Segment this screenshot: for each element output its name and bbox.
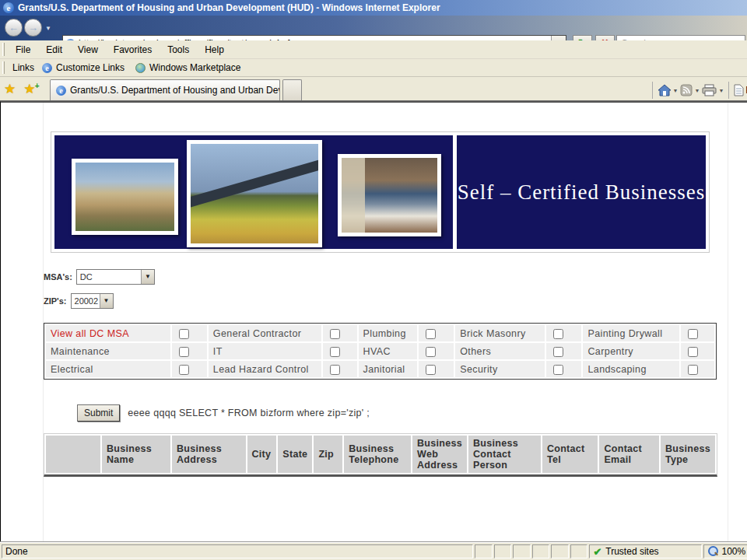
link-label: Customize Links bbox=[56, 62, 124, 73]
security-zone-indicator[interactable]: ✔ Trusted sites bbox=[589, 544, 702, 558]
debug-sql-text: eeee qqqq SELECT * FROM bizform where zi… bbox=[128, 408, 370, 418]
category-label: IT bbox=[209, 343, 321, 359]
status-segment bbox=[570, 544, 588, 558]
checkbox-maintenance[interactable] bbox=[179, 347, 189, 357]
zoom-control[interactable]: 100% bbox=[703, 544, 747, 558]
page-menu-button[interactable]: Pa bbox=[733, 82, 747, 98]
checkbox-general-contractor[interactable] bbox=[330, 329, 340, 339]
browser-tab-active[interactable]: e Grants/U.S. Department of Housing and … bbox=[50, 79, 280, 100]
banner-photo-worker bbox=[338, 154, 441, 236]
forward-button[interactable]: → bbox=[24, 19, 42, 37]
status-segment bbox=[475, 544, 493, 558]
checkbox-hvac[interactable] bbox=[426, 347, 436, 357]
category-label: Others bbox=[455, 343, 545, 359]
status-bar: Done ✔ Trusted sites 100% bbox=[0, 542, 747, 560]
category-label: Maintenance bbox=[46, 343, 170, 359]
menu-favorites[interactable]: Favorites bbox=[106, 42, 160, 58]
history-dropdown-icon[interactable]: ▼ bbox=[45, 25, 51, 32]
checkbox-brick-masonry[interactable] bbox=[553, 329, 563, 339]
checkbox-painting-drywall[interactable] bbox=[688, 329, 698, 339]
zip-filter-row: ZIP's: 20002 ▼ bbox=[44, 293, 114, 309]
link-label: Windows Marketplace bbox=[149, 62, 240, 73]
checkbox-janitorial[interactable] bbox=[426, 365, 436, 375]
checkbox-lead-hazard-control[interactable] bbox=[330, 365, 340, 375]
separator bbox=[652, 82, 653, 99]
page-right-edge bbox=[728, 103, 728, 542]
status-segment bbox=[513, 544, 531, 558]
page-title: Self – Certified Businesses bbox=[458, 180, 706, 205]
window-title: Grants/U.S. Department of Housing and Ur… bbox=[18, 2, 440, 13]
menu-tools[interactable]: Tools bbox=[160, 42, 197, 58]
ie-link-icon: e bbox=[42, 63, 52, 73]
col-header-business-web-address: Business Web Address bbox=[412, 436, 467, 473]
checkbox-electrical[interactable] bbox=[179, 365, 189, 375]
toolbar-grip bbox=[2, 43, 5, 55]
msa-filter-row: MSA's: DC ▼ bbox=[44, 269, 155, 285]
category-label: Lead Hazard Control bbox=[209, 361, 321, 377]
printer-icon bbox=[702, 84, 717, 96]
category-label: Janitorial bbox=[359, 361, 418, 377]
col-header-business-contact-person: Business Contact Person bbox=[468, 436, 541, 473]
col-header-state: State bbox=[278, 436, 312, 473]
checkbox-it[interactable] bbox=[330, 347, 340, 357]
col-header-business-name: Business Name bbox=[102, 436, 170, 473]
category-row: Maintenance IT HVAC Others Carpentry bbox=[46, 343, 714, 359]
menu-bar: File Edit View Favorites Tools Help bbox=[0, 40, 747, 59]
back-button[interactable]: ← bbox=[5, 19, 23, 37]
links-label: Links bbox=[12, 62, 34, 73]
results-header-row: Business Name Business Address City Stat… bbox=[46, 436, 715, 473]
zoom-level-label: 100% bbox=[721, 546, 745, 557]
zip-select[interactable]: 20002 ▼ bbox=[71, 293, 114, 309]
status-segment bbox=[494, 544, 512, 558]
link-customize-links[interactable]: e Customize Links bbox=[39, 62, 128, 73]
add-favorite-button[interactable]: ★+ bbox=[19, 81, 39, 97]
checkbox-plumbing[interactable] bbox=[426, 329, 436, 339]
checkbox-security[interactable] bbox=[553, 365, 563, 375]
menu-edit[interactable]: Edit bbox=[38, 42, 70, 58]
status-segment bbox=[532, 544, 550, 558]
checkbox-landscaping[interactable] bbox=[688, 365, 698, 375]
home-button[interactable]: ▼ bbox=[657, 82, 679, 98]
page-icon bbox=[734, 84, 744, 96]
results-table: Business Name Business Address City Stat… bbox=[44, 433, 717, 477]
home-icon bbox=[658, 84, 672, 96]
window-title-bar: e Grants/U.S. Department of Housing and … bbox=[0, 0, 747, 16]
checkbox-others[interactable] bbox=[553, 347, 563, 357]
feeds-button[interactable]: ▼ bbox=[679, 82, 700, 98]
col-header-contact-email: Contact Email bbox=[599, 436, 658, 473]
toolbar-grip bbox=[2, 61, 5, 73]
category-label: Security bbox=[455, 361, 545, 377]
banner-photo-collage bbox=[54, 135, 453, 249]
chevron-down-icon: ▼ bbox=[694, 88, 700, 93]
menu-file[interactable]: File bbox=[8, 42, 38, 58]
col-header-zip: Zip bbox=[314, 436, 342, 473]
category-row: Electrical Lead Hazard Control Janitoria… bbox=[46, 361, 714, 377]
rss-feed-icon bbox=[680, 84, 693, 96]
msa-select[interactable]: DC ▼ bbox=[76, 269, 155, 285]
chevron-down-icon: ▼ bbox=[718, 88, 724, 93]
checkbox-carpentry[interactable] bbox=[688, 347, 698, 357]
category-label-view-all: View all DC MSA bbox=[46, 325, 170, 341]
col-header-contact-tel: Contact Tel bbox=[542, 436, 598, 473]
checkbox-view-all[interactable] bbox=[179, 329, 189, 339]
category-checkbox-grid: View all DC MSA General Contractor Plumb… bbox=[44, 323, 717, 380]
magnifier-icon bbox=[707, 546, 718, 557]
separator bbox=[728, 82, 729, 99]
favorites-center-button[interactable]: ★ bbox=[0, 81, 19, 97]
print-button[interactable]: ▼ bbox=[701, 82, 724, 98]
banner-title-panel: Self – Certified Businesses bbox=[457, 135, 706, 249]
col-header-business-type: Business Type bbox=[661, 436, 715, 473]
marketplace-icon bbox=[135, 63, 146, 73]
zip-label: ZIP's: bbox=[44, 296, 67, 306]
link-windows-marketplace[interactable]: Windows Marketplace bbox=[132, 62, 244, 73]
page-banner: Self – Certified Businesses bbox=[51, 131, 710, 253]
status-text: Done bbox=[2, 544, 473, 558]
submit-button[interactable]: Submit bbox=[77, 404, 120, 422]
menu-help[interactable]: Help bbox=[197, 42, 232, 58]
menu-view[interactable]: View bbox=[70, 42, 106, 58]
chevron-down-icon: ▼ bbox=[100, 294, 113, 308]
navigation-bar: ← → ▼ e http://hudstage.hud.gov/offices/… bbox=[0, 16, 747, 40]
col-header-business-address: Business Address bbox=[172, 436, 246, 473]
new-tab-button[interactable] bbox=[282, 79, 302, 100]
chevron-down-icon: ▼ bbox=[141, 270, 154, 284]
